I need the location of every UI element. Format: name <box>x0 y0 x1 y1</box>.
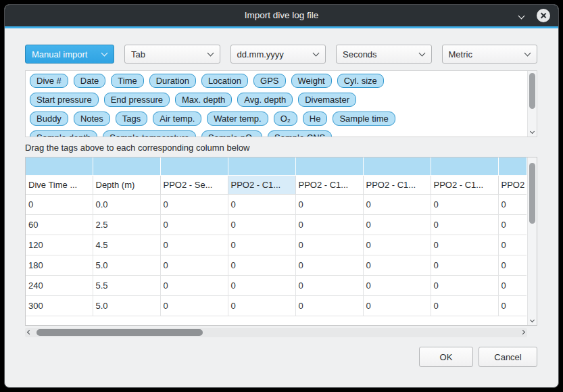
scrollbar-thumb[interactable] <box>529 73 535 109</box>
import-options-toolbar: Manual import Tab dd.mm.yyyy Seconds Met… <box>25 45 537 64</box>
table-row: 240 5.5 0 0 0 0 0 0 <box>26 275 527 295</box>
drag-tag[interactable]: Weight <box>291 74 332 88</box>
table-row: 60 2.5 0 0 0 0 0 0 <box>26 214 527 235</box>
drag-tag[interactable]: Cyl. size <box>337 74 384 88</box>
units-select[interactable]: Metric <box>442 45 538 64</box>
drag-tag[interactable]: Dive # <box>30 74 68 88</box>
table-cell: 0 <box>431 255 498 275</box>
table-vertical-scrollbar[interactable] <box>527 157 537 325</box>
scroll-right-icon[interactable] <box>520 330 525 335</box>
table-cell: 0 <box>498 194 527 214</box>
table-cell: 0 <box>498 275 527 295</box>
date-format-select[interactable]: dd.mm.yyyy <box>230 45 326 64</box>
table-cell: 120 <box>26 235 93 255</box>
drag-tag[interactable]: Start pressure <box>30 93 99 107</box>
column-drop-target[interactable] <box>228 157 295 175</box>
scrollbar-thumb[interactable] <box>529 163 535 224</box>
column-drop-target[interactable] <box>295 157 363 175</box>
combo-value: Seconds <box>343 49 377 59</box>
drag-tag[interactable]: Avg. depth <box>237 93 293 107</box>
window-close-button[interactable] <box>537 9 550 22</box>
drag-tag[interactable]: Notes <box>74 112 110 126</box>
window-shade-button[interactable] <box>516 10 527 21</box>
drag-tag[interactable]: Sample CNS <box>268 130 332 137</box>
table-cell: 0 <box>498 295 527 316</box>
column-header[interactable]: PPO2 - C1... <box>295 175 363 194</box>
column-drop-target[interactable] <box>431 157 498 175</box>
column-drop-target[interactable] <box>363 157 431 175</box>
drag-tag[interactable]: Time <box>111 74 143 88</box>
table-cell: 0 <box>295 235 363 255</box>
chevron-down-icon <box>101 50 108 57</box>
table-cell: 0 <box>431 194 498 214</box>
scroll-down-icon[interactable] <box>530 129 535 134</box>
duration-format-select[interactable]: Seconds <box>336 45 432 64</box>
drag-tag[interactable]: Tags <box>116 112 147 126</box>
drag-tag[interactable]: Water temp. <box>207 112 268 126</box>
scrollbar-thumb[interactable] <box>36 329 203 336</box>
scroll-down-icon[interactable] <box>530 318 535 322</box>
import-mode-select[interactable]: Manual import <box>25 45 114 64</box>
drag-tag[interactable]: Max. depth <box>175 93 232 107</box>
column-header[interactable]: PPO2 - Se... <box>160 175 228 194</box>
scroll-left-icon[interactable] <box>27 330 32 335</box>
table-cell: 0 <box>431 235 498 255</box>
drag-tag[interactable]: Location <box>201 74 248 88</box>
table-cell: 2.5 <box>93 214 160 235</box>
window-title: Import dive log file <box>5 5 558 26</box>
table-cell: 0 <box>498 214 527 235</box>
preview-table: Dive Time ... Depth (m) PPO2 - Se... PPO… <box>25 157 537 326</box>
combo-value: Manual import <box>32 49 87 59</box>
drag-tag[interactable]: Sample depth <box>30 130 97 137</box>
table-cell: 0 <box>228 214 295 235</box>
table-cell: 0 <box>498 235 527 255</box>
tag-list-scrollbar[interactable] <box>527 71 537 137</box>
drag-tag[interactable]: End pressure <box>104 93 170 107</box>
column-drop-target[interactable] <box>498 157 527 175</box>
table-cell: 0 <box>363 295 431 316</box>
column-drop-target[interactable] <box>26 157 93 175</box>
combo-value: Tab <box>131 49 145 59</box>
import-dialog-window: Import dive log file Manual import Tab d… <box>4 4 559 388</box>
table-cell: 0 <box>160 275 228 295</box>
table-cell: 0 <box>498 255 527 275</box>
table-cell: 0 <box>295 214 363 235</box>
titlebar[interactable]: Import dive log file <box>5 5 558 26</box>
drag-tag[interactable]: Duration <box>149 74 196 88</box>
drag-tag[interactable]: Sample pO₂ <box>201 130 262 137</box>
table-cell: 0 <box>160 255 228 275</box>
table-cell: 0 <box>160 295 228 316</box>
drag-tag[interactable]: Air temp. <box>153 112 201 126</box>
table-cell: 0 <box>160 235 228 255</box>
table-cell: 0 <box>228 295 295 316</box>
drag-tag[interactable]: GPS <box>253 74 285 88</box>
table-horizontal-scrollbar[interactable] <box>25 328 527 337</box>
table-cell: 60 <box>26 214 93 235</box>
drag-tag[interactable]: O₂ <box>274 112 297 126</box>
table-cell: 0 <box>363 255 431 275</box>
column-drop-target[interactable] <box>93 157 160 175</box>
ok-button[interactable]: OK <box>419 347 473 367</box>
drag-tag[interactable]: Sample time <box>333 112 395 126</box>
table-cell: 180 <box>26 255 93 275</box>
column-header[interactable]: PPO2 - C1... <box>228 175 295 194</box>
drag-tag[interactable]: Sample temperature <box>103 130 196 137</box>
column-header[interactable]: Depth (m) <box>93 175 160 194</box>
drag-tag[interactable]: Divemaster <box>298 93 356 107</box>
column-header[interactable]: Dive Time ... <box>26 175 93 194</box>
column-header[interactable]: PPO2 - C1... <box>363 175 431 194</box>
chevron-down-icon <box>313 50 320 57</box>
table-cell: 0 <box>160 194 228 214</box>
chevron-down-icon <box>524 50 531 57</box>
field-separator-select[interactable]: Tab <box>124 45 220 64</box>
column-header[interactable]: PPO2 - C1... <box>431 175 498 194</box>
drag-tag[interactable]: Buddy <box>30 112 68 126</box>
cancel-button[interactable]: Cancel <box>479 347 537 367</box>
csv-preview-grid: Dive Time ... Depth (m) PPO2 - Se... PPO… <box>26 157 527 316</box>
combo-value: dd.mm.yyyy <box>237 49 284 59</box>
drag-tag[interactable]: Date <box>74 74 105 88</box>
column-header[interactable]: PPO2 - C1... <box>498 175 527 194</box>
table-cell: 300 <box>26 295 93 316</box>
drag-tag[interactable]: He <box>303 112 328 126</box>
column-drop-target[interactable] <box>160 157 228 175</box>
